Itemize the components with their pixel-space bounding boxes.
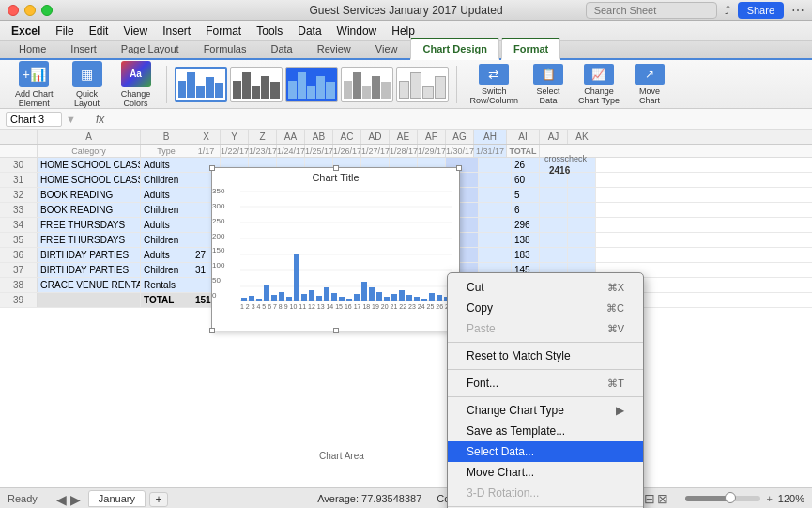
tab-chart-design[interactable]: Chart Design [410, 38, 498, 60]
menu-data[interactable]: Data [290, 23, 329, 39]
svg-rect-25 [369, 287, 375, 301]
change-chart-type-button[interactable]: 📈 ChangeChart Type [573, 60, 625, 109]
tab-format[interactable]: Format [501, 38, 560, 60]
chart-style-3[interactable] [285, 67, 338, 102]
tab-formulas[interactable]: Formulas [192, 39, 258, 58]
toolbar-divider-1 [166, 66, 167, 103]
svg-rect-15 [294, 254, 299, 301]
menu-help[interactable]: Help [384, 23, 422, 39]
cm-paste-shortcut: ⌘V [607, 323, 624, 335]
chart-handle-bl[interactable] [209, 328, 215, 333]
select-data-label: SelectData [537, 86, 560, 105]
chart-handle-bc[interactable] [333, 328, 339, 333]
menu-file[interactable]: File [48, 23, 81, 39]
svg-rect-31 [414, 297, 420, 301]
tab-view[interactable]: View [364, 39, 409, 58]
chart-style-5[interactable] [396, 67, 449, 102]
cm-paste-label: Paste [467, 322, 496, 335]
menu-insert[interactable]: Insert [155, 23, 198, 39]
sheet-tabs: ◀ ▶ January + [56, 490, 168, 507]
page-break-view-icon[interactable]: ⊠ [657, 491, 668, 506]
scroll-left-icon[interactable]: ◀ [56, 492, 67, 507]
col-header-ai: AI [507, 130, 540, 144]
page-layout-view-icon[interactable]: ⊟ [644, 491, 655, 506]
scroll-right-icon[interactable]: ▶ [70, 492, 81, 507]
menu-view[interactable]: View [115, 23, 155, 39]
date-headers: Category Type 1/17 1/22/17 1/23/17 1/24/… [0, 145, 812, 158]
cm-font[interactable]: Font... ⌘T [448, 373, 643, 393]
tab-insert[interactable]: Insert [59, 39, 108, 58]
zoom-slider-thumb[interactable] [725, 492, 736, 503]
tab-page-layout[interactable]: Page Layout [110, 39, 191, 58]
formula-input[interactable] [112, 114, 806, 125]
add-sheet-button[interactable]: + [149, 492, 168, 507]
menu-excel[interactable]: Excel [4, 23, 48, 39]
col-header-af: AF [418, 130, 446, 144]
cm-change-chart-type[interactable]: Change Chart Type ▶ [448, 400, 643, 421]
cm-change-chart-type-label: Change Chart Type [467, 404, 564, 417]
chart-style-2[interactable] [230, 67, 283, 102]
expand-icon[interactable]: ⋯ [791, 3, 804, 18]
menu-edit[interactable]: Edit [82, 23, 116, 39]
chart-handle-tc[interactable] [333, 165, 339, 171]
sub-header-type: Type [141, 145, 192, 157]
fullscreen-button[interactable] [41, 5, 53, 16]
sheet-nav-buttons: ◀ ▶ [56, 492, 81, 507]
svg-rect-32 [421, 299, 427, 301]
menu-format[interactable]: Format [198, 23, 249, 39]
menu-bar: Excel File Edit View Insert Format Tools… [0, 21, 812, 41]
svg-rect-17 [309, 290, 314, 301]
svg-rect-19 [324, 287, 329, 301]
search-input[interactable] [586, 2, 717, 19]
svg-rect-26 [376, 292, 382, 301]
svg-rect-20 [331, 293, 337, 301]
add-chart-element-label: Add ChartElement [15, 89, 54, 108]
sheet-tab-january[interactable]: January [88, 490, 146, 507]
cm-move-chart[interactable]: Move Chart... [448, 462, 643, 483]
tab-data[interactable]: Data [259, 39, 303, 58]
zoom-slider[interactable] [685, 496, 760, 501]
cm-select-data[interactable]: Select Data... [448, 441, 643, 462]
chart-tools-group: ⇄ SwitchRow/Column 📋 SelectData 📈 Change… [465, 60, 670, 109]
window-controls[interactable] [8, 5, 53, 16]
menu-window[interactable]: Window [329, 23, 385, 39]
zoom-out-icon[interactable]: – [674, 493, 680, 504]
col-header-aa: AA [277, 130, 305, 144]
close-button[interactable] [8, 5, 19, 16]
cm-select-data-label: Select Data... [467, 445, 534, 458]
toolbar-divider-2 [456, 66, 457, 103]
fx-label: fx [92, 113, 108, 126]
average-display: Average: 77.93548387 [317, 493, 421, 504]
cm-3d-rotation: 3-D Rotation... [448, 483, 643, 503]
minimize-button[interactable] [24, 5, 36, 16]
quick-layout-button[interactable]: ▦ QuickLayout [65, 57, 110, 112]
context-menu: Cut ⌘X Copy ⌘C Paste ⌘V Reset to Match S… [447, 272, 644, 508]
cm-cut[interactable]: Cut ⌘X [448, 277, 643, 298]
menu-tools[interactable]: Tools [249, 23, 290, 39]
add-chart-element-button[interactable]: +📊 Add ChartElement [8, 57, 61, 112]
title-bar-right: ⤴ Share ⋯ [586, 2, 804, 19]
select-data-button[interactable]: 📋 SelectData [528, 60, 569, 109]
tab-home[interactable]: Home [8, 39, 57, 58]
chart-style-1[interactable] [175, 67, 227, 102]
zoom-in-icon[interactable]: + [766, 493, 772, 504]
cm-copy[interactable]: Copy ⌘C [448, 298, 643, 318]
name-box[interactable] [6, 112, 62, 127]
chart-handle-tr[interactable] [456, 165, 462, 171]
svg-rect-27 [384, 297, 390, 301]
chart-handle-tl[interactable] [209, 165, 215, 171]
chart-style-4[interactable] [341, 67, 393, 102]
tab-review[interactable]: Review [306, 39, 362, 58]
expand-name-box-icon[interactable]: ▼ [66, 114, 76, 125]
crosscheck-value: 2416 [549, 165, 570, 176]
cm-save-template[interactable]: Save as Template... [448, 421, 643, 441]
move-chart-button[interactable]: ↗ MoveChart [629, 60, 670, 109]
embedded-chart[interactable]: Chart Title 350 300 250 200 150 100 50 0 [211, 167, 460, 331]
svg-rect-18 [316, 296, 322, 301]
cm-reset-style[interactable]: Reset to Match Style [448, 346, 643, 366]
change-colors-button[interactable]: Aa ChangeColors [114, 57, 159, 112]
col-header-ac: AC [333, 130, 361, 144]
switch-row-column-button[interactable]: ⇄ SwitchRow/Column [465, 60, 525, 109]
share-button[interactable]: Share [738, 2, 784, 19]
zoom-controls: ⊞ ⊟ ⊠ – + 120% [631, 491, 804, 506]
